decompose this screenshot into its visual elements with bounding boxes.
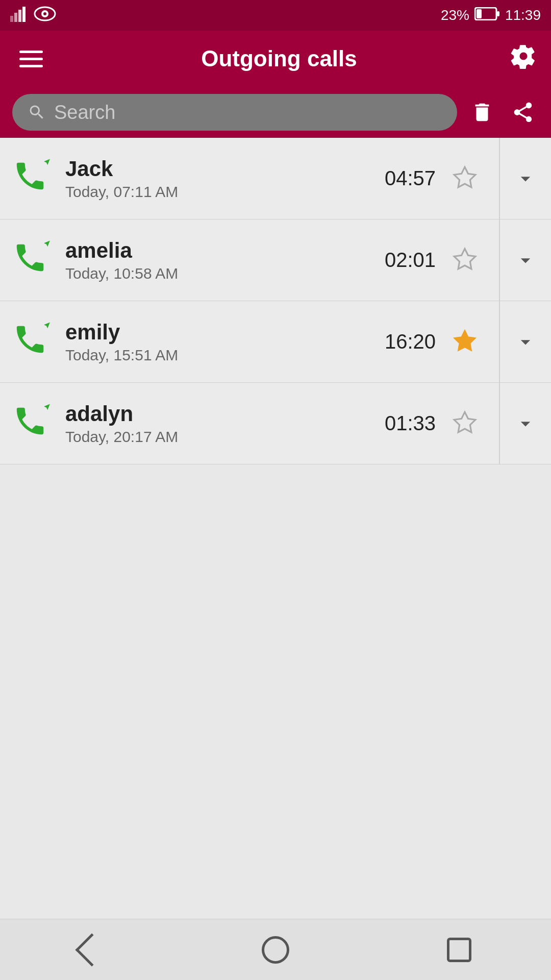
call-item-main: Jack Today, 07:11 AM 04:57 <box>0 138 500 219</box>
delete-button[interactable] <box>466 96 498 128</box>
svg-rect-1 <box>14 13 17 22</box>
call-item: emily Today, 15:51 AM 16:20 <box>0 301 551 383</box>
phone-icon-wrap <box>12 240 53 281</box>
time-display: 11:39 <box>505 7 541 23</box>
svg-rect-2 <box>18 10 21 22</box>
expand-button[interactable] <box>500 138 551 219</box>
svg-rect-9 <box>497 11 499 16</box>
toolbar: Outgoing calls <box>0 31 551 87</box>
share-button[interactable] <box>507 96 539 128</box>
call-list: Jack Today, 07:11 AM 04:57 <box>0 138 551 531</box>
back-icon <box>75 933 108 966</box>
bottom-nav <box>0 919 551 980</box>
status-bar: 23% 11:39 <box>0 0 551 31</box>
recents-icon <box>447 938 471 962</box>
svg-rect-3 <box>22 7 26 22</box>
call-timestamp: Today, 07:11 AM <box>65 183 385 201</box>
call-item: amelia Today, 10:58 AM 02:01 <box>0 219 551 301</box>
call-timestamp: Today, 15:51 AM <box>65 347 385 364</box>
page-title: Outgoing calls <box>48 46 510 71</box>
search-icon <box>28 103 46 121</box>
battery-icon <box>474 7 500 24</box>
expand-button[interactable] <box>500 383 551 464</box>
call-info: amelia Today, 10:58 AM <box>65 238 385 282</box>
search-row <box>0 87 551 138</box>
search-input[interactable] <box>54 102 442 124</box>
call-info: adalyn Today, 20:17 AM <box>65 402 385 446</box>
svg-rect-0 <box>10 16 13 22</box>
call-info: Jack Today, 07:11 AM <box>65 157 385 201</box>
back-nav-button[interactable] <box>66 924 117 975</box>
svg-marker-12 <box>454 330 475 351</box>
expand-button[interactable] <box>500 301 551 382</box>
phone-icon-wrap <box>12 322 53 362</box>
call-info: emily Today, 15:51 AM <box>65 320 385 364</box>
recents-nav-button[interactable] <box>434 924 485 975</box>
call-name: amelia <box>65 238 385 263</box>
home-icon <box>262 936 289 964</box>
signal-icon <box>10 6 30 26</box>
call-name: emily <box>65 320 385 345</box>
call-item-main: adalyn Today, 20:17 AM 01:33 <box>0 383 500 464</box>
status-signal <box>10 6 56 26</box>
call-timestamp: Today, 10:58 AM <box>65 265 385 282</box>
call-name: adalyn <box>65 402 385 426</box>
svg-marker-11 <box>454 249 475 269</box>
call-duration: 16:20 <box>385 330 436 353</box>
call-item-main: emily Today, 15:51 AM 16:20 <box>0 301 500 382</box>
call-duration: 02:01 <box>385 249 436 272</box>
call-name: Jack <box>65 157 385 181</box>
settings-button[interactable] <box>510 43 537 75</box>
call-timestamp: Today, 20:17 AM <box>65 428 385 446</box>
call-duration: 04:57 <box>385 167 436 190</box>
star-button[interactable] <box>448 242 482 278</box>
call-item: Jack Today, 07:11 AM 04:57 <box>0 138 551 219</box>
svg-marker-10 <box>454 167 475 187</box>
menu-button[interactable] <box>14 45 48 72</box>
status-info: 23% 11:39 <box>441 7 541 24</box>
star-button[interactable] <box>448 161 482 196</box>
phone-icon-wrap <box>12 158 53 199</box>
expand-button[interactable] <box>500 219 551 301</box>
search-container <box>12 94 457 131</box>
call-duration: 01:33 <box>385 412 436 435</box>
battery-percent: 23% <box>441 7 469 23</box>
svg-rect-8 <box>477 9 482 18</box>
call-item: adalyn Today, 20:17 AM 01:33 <box>0 383 551 464</box>
call-item-main: amelia Today, 10:58 AM 02:01 <box>0 219 500 301</box>
eye-icon <box>34 6 56 25</box>
svg-point-6 <box>43 12 46 15</box>
home-nav-button[interactable] <box>250 924 301 975</box>
star-button[interactable] <box>448 324 482 359</box>
phone-icon-wrap <box>12 403 53 444</box>
star-button[interactable] <box>448 406 482 441</box>
svg-marker-13 <box>454 412 475 432</box>
